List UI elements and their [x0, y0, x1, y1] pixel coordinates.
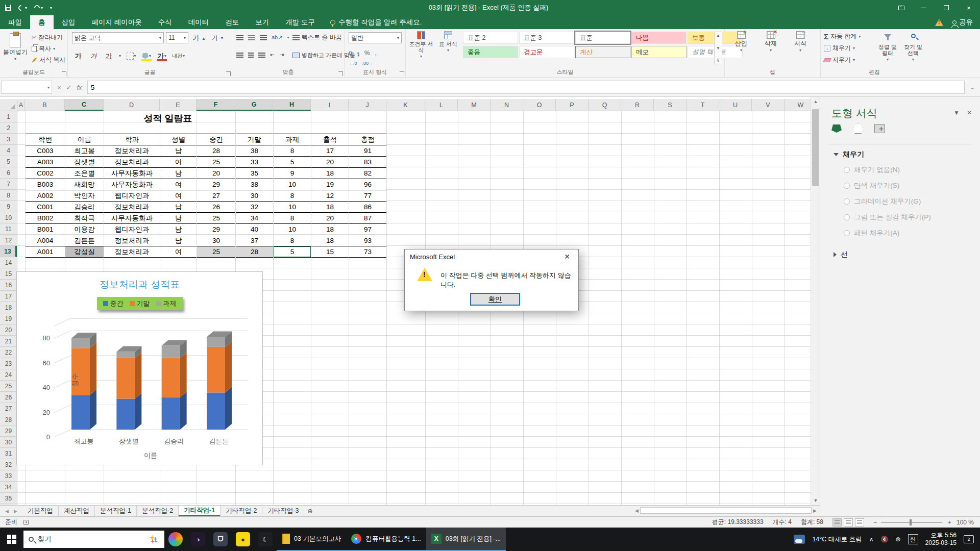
cell[interactable]: 여 [160, 246, 197, 258]
row-header-33[interactable]: 33 [0, 470, 17, 482]
column-header-O[interactable]: O [523, 99, 556, 111]
vertical-scrollbar[interactable]: ▲ ▼ [811, 97, 820, 505]
cell[interactable]: 86 [349, 202, 387, 213]
cell[interactable]: 남 [160, 145, 197, 157]
column-header-B[interactable]: B [25, 99, 65, 111]
insert-function-icon[interactable]: fx [77, 84, 82, 91]
column-header-K[interactable]: K [386, 99, 425, 111]
row-header-13[interactable]: 13 [0, 246, 17, 257]
taskbar-window-exam[interactable]: 03 기본모의고사 [277, 528, 346, 551]
tab-insert[interactable]: 삽입 [54, 15, 84, 29]
cell[interactable]: 34 [236, 213, 274, 224]
cell[interactable]: 8 [274, 235, 311, 246]
cell[interactable]: C003 [26, 145, 65, 157]
column-header-M[interactable]: M [458, 99, 491, 111]
cell[interactable]: 정보처리과 [104, 145, 160, 157]
zoom-in-icon[interactable]: ＋ [946, 518, 952, 527]
scroll-down-icon[interactable]: ▼ [811, 496, 820, 505]
align-middle-icon[interactable] [248, 35, 255, 40]
row-header-30[interactable]: 30 [0, 437, 17, 448]
line-section-header[interactable]: 선 [834, 250, 848, 259]
row-header-28[interactable]: 28 [0, 414, 17, 425]
column-header-T[interactable]: T [687, 99, 719, 111]
row-header-8[interactable]: 8 [0, 190, 17, 201]
style-warning-text[interactable]: 경고문 [519, 46, 574, 58]
cell[interactable]: B003 [26, 179, 65, 190]
row-header-21[interactable]: 21 [0, 336, 17, 347]
column-header-E[interactable]: E [160, 99, 197, 111]
clipboard-dialog-launcher[interactable] [62, 71, 66, 76]
cell[interactable]: 10 [274, 224, 311, 235]
format-cells-button[interactable]: ↔ 서식▾ [788, 31, 813, 67]
underline-button[interactable]: 가 [104, 51, 114, 61]
app-icon-colorful[interactable] [164, 528, 187, 551]
cell[interactable]: 96 [349, 179, 387, 190]
sheet-tab-기타작업-1[interactable]: 기타작업-1 [179, 506, 220, 516]
cell[interactable]: 18 [311, 235, 349, 246]
sheet-tab-기타작업-3[interactable]: 기타작업-3 [262, 506, 304, 516]
cell[interactable]: A002 [26, 190, 65, 202]
row-header-32[interactable]: 32 [0, 459, 17, 470]
cell[interactable]: 사무자동화과 [104, 213, 160, 224]
row-header-34[interactable]: 34 [0, 482, 17, 493]
bold-button[interactable]: 가 [73, 51, 83, 61]
row-header-25[interactable]: 25 [0, 381, 17, 392]
network-icon[interactable]: ⊗ [896, 536, 901, 543]
column-header-A[interactable]: A [17, 99, 25, 111]
action-center-icon[interactable]: 2 [964, 535, 974, 543]
page-break-view-button[interactable] [855, 518, 864, 527]
effects-tab-icon[interactable] [853, 123, 863, 134]
cell[interactable]: 26 [197, 202, 236, 213]
cell[interactable]: C001 [26, 202, 65, 213]
row-header-6[interactable]: 6 [0, 167, 17, 179]
header-cell[interactable]: 과제 [274, 134, 311, 145]
cell[interactable]: 40 [236, 224, 274, 235]
cell[interactable]: 28 [236, 246, 274, 258]
number-dialog-launcher[interactable] [400, 71, 404, 76]
cell[interactable]: 87 [349, 213, 387, 224]
font-color-button[interactable]: 가▾ [157, 51, 167, 61]
cell[interactable]: 이용감 [65, 224, 104, 235]
cell[interactable]: 정보처리과 [104, 157, 160, 168]
cell[interactable]: 27 [197, 190, 236, 202]
cell[interactable]: 정보처리과 [104, 202, 160, 213]
normal-view-button[interactable] [832, 518, 842, 527]
fill-option-1[interactable]: 채우기 없음(N) [844, 165, 900, 174]
style-bad[interactable]: 나쁨 [631, 32, 687, 44]
row-header-10[interactable]: 10 [0, 212, 17, 223]
scroll-left-icon[interactable]: ◀ [635, 508, 639, 513]
style-normal[interactable]: 표준 [575, 32, 630, 44]
cell[interactable]: C002 [26, 168, 65, 179]
style-note[interactable]: 메모 [631, 46, 687, 58]
cell[interactable]: 여 [160, 157, 197, 168]
orientation-button[interactable]: ab↗ [272, 34, 282, 41]
cell[interactable]: 남 [160, 213, 197, 224]
tab-developer[interactable]: 개발 도구 [277, 15, 323, 29]
row-header-19[interactable]: 19 [0, 313, 17, 324]
clear-button[interactable]: 지우기▾ [824, 56, 855, 64]
cell[interactable]: 최적극 [65, 213, 104, 224]
cell[interactable]: 사무자동화과 [104, 179, 160, 190]
cell[interactable]: 18 [311, 224, 349, 235]
row-header-20[interactable]: 20 [0, 324, 17, 336]
cell[interactable]: 8 [274, 190, 311, 202]
column-header-J[interactable]: J [349, 99, 386, 111]
cell[interactable]: 97 [349, 224, 387, 235]
scroll-up-icon[interactable]: ▲ [811, 97, 820, 106]
italic-button[interactable]: 가 [88, 51, 99, 61]
tab-data[interactable]: 데이터 [180, 15, 217, 29]
row-header-15[interactable]: 15 [0, 268, 17, 280]
column-headers[interactable]: ABCDEFGHIJKLMNOPQRSTUVW [0, 99, 811, 111]
cell[interactable]: 73 [349, 246, 387, 258]
ok-button[interactable]: 확인 [470, 293, 520, 306]
header-cell[interactable]: 출석 [311, 134, 349, 145]
column-header-P[interactable]: P [556, 99, 589, 111]
row-header-9[interactable]: 9 [0, 201, 17, 212]
macro-record-icon[interactable] [23, 520, 29, 525]
page-layout-view-button[interactable] [844, 518, 853, 527]
sheet-tab-분석작업-1[interactable]: 분석작업-1 [95, 506, 137, 516]
row-header-17[interactable]: 17 [0, 291, 17, 302]
cell[interactable]: 남 [160, 235, 197, 246]
cell[interactable]: 25 [197, 213, 236, 224]
column-header-W[interactable]: W [785, 99, 811, 111]
